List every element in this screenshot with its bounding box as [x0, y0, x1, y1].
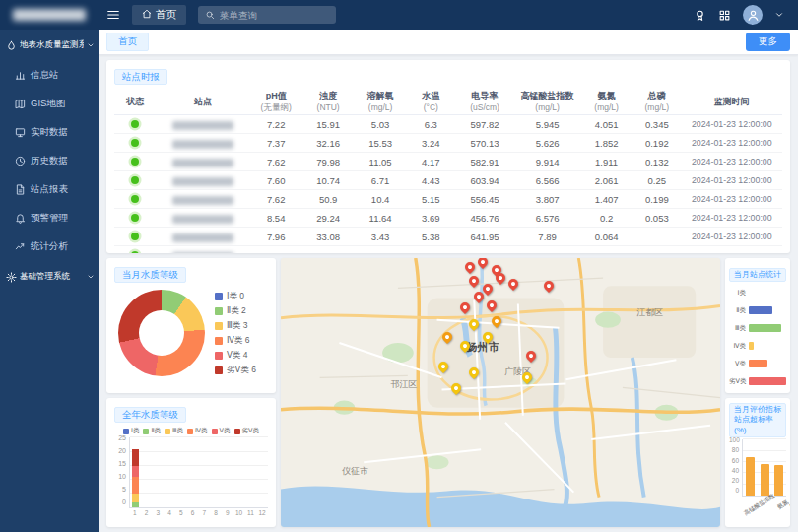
legend-item[interactable]: Ⅳ类 — [187, 427, 208, 435]
table-row[interactable]: 7.2215.915.036.3597.825.9454.0510.345202… — [114, 115, 782, 134]
value-cell: 11.64 — [355, 209, 407, 228]
apps-icon-button[interactable] — [718, 9, 731, 22]
exceed-rate-panel: 当月评价指标站点超标率(%) 100806040200 高锰酸盐指数氨氮总磷 — [725, 398, 790, 527]
sidebar-item-统计分析[interactable]: 统计分析 — [0, 233, 99, 261]
value-cell — [250, 246, 302, 253]
column-header: 监测时间 — [682, 89, 782, 114]
sidebar-item-GIS地图[interactable]: GIS地图 — [0, 90, 99, 118]
station-name-redacted — [172, 196, 233, 205]
sidebar-item-实时数据[interactable]: 实时数据 — [0, 118, 99, 147]
sidebar-section-0[interactable]: 地表水质量监测系统 — [0, 30, 99, 61]
topbar-home-button[interactable]: 首页 — [132, 5, 186, 25]
more-button[interactable]: 更多 — [746, 33, 790, 51]
legend-item[interactable]: Ⅰ类 0 — [215, 291, 256, 302]
value-cell: 6.3 — [407, 115, 455, 134]
chevron-down-icon — [774, 10, 784, 20]
value-cell: 5.38 — [407, 228, 455, 246]
bar-chart-icon — [15, 70, 26, 81]
table-row[interactable]: 7.6010.746.714.43603.946.5662.0610.25202… — [114, 171, 782, 190]
status-dot — [131, 214, 139, 222]
legend-item[interactable]: 劣Ⅴ类 6 — [215, 365, 256, 376]
value-cell: 7.89 — [514, 228, 580, 246]
table-row[interactable] — [114, 246, 782, 253]
station-stats-chart[interactable]: Ⅰ类Ⅱ类Ⅲ类Ⅳ类Ⅴ类劣Ⅴ类 — [729, 288, 786, 386]
stat-bar — [749, 324, 781, 332]
legend-label: Ⅰ类 0 — [227, 291, 244, 302]
map-base-tiles — [281, 258, 720, 527]
panel-title-station-stats: 当月站点统计 — [729, 268, 786, 282]
column-header: 高锰酸盐指数(mg/L) — [514, 89, 580, 114]
legend-item[interactable]: Ⅱ类 — [143, 427, 161, 435]
column-header: 状态 — [114, 89, 156, 114]
annual-chart-legend: Ⅰ类Ⅱ类Ⅲ类Ⅳ类Ⅴ类劣Ⅴ类 — [114, 427, 268, 435]
main-area: 首页 更多 站点时报 状态站点pH值(无量纲)浊度(NTU)溶解氧(mg/L)水… — [99, 30, 798, 532]
legend-item[interactable]: Ⅲ类 — [165, 427, 183, 435]
legend-label: Ⅴ类 4 — [227, 350, 247, 362]
user-avatar[interactable] — [743, 5, 763, 25]
station-name-redacted — [172, 159, 233, 167]
user-menu-caret-icon[interactable] — [774, 10, 784, 20]
badge-icon-button[interactable] — [694, 9, 706, 22]
value-cell: 7.96 — [250, 228, 302, 246]
value-cell: 7.62 — [250, 153, 302, 171]
legend-item[interactable]: Ⅳ类 6 — [215, 335, 256, 347]
stat-bar — [749, 342, 754, 350]
monitor-time-cell: 2024-01-23 12:00:00 — [682, 171, 782, 190]
value-cell: 582.91 — [455, 153, 514, 171]
stat-label: Ⅴ类 — [729, 360, 746, 368]
quality-donut-chart[interactable] — [118, 290, 205, 376]
value-cell — [455, 246, 514, 253]
sidebar-item-预警管理[interactable]: 预警管理 — [0, 204, 99, 233]
trend-icon — [15, 241, 26, 252]
legend-label: Ⅳ类 6 — [227, 335, 249, 347]
tab-home[interactable]: 首页 — [106, 33, 149, 51]
station-table: 状态站点pH值(无量纲)浊度(NTU)溶解氧(mg/L)水温(°C)电导率(uS… — [114, 89, 782, 253]
legend-item[interactable]: 劣Ⅴ类 — [234, 427, 259, 435]
table-row[interactable]: 7.9633.083.435.38641.957.890.0642024-01-… — [114, 228, 782, 246]
sidebar-item-站点报表[interactable]: 站点报表 — [0, 175, 99, 204]
value-cell: 597.82 — [455, 115, 514, 134]
station-map[interactable]: 扬州市江都区广陵区邗江区仪征市 — [281, 258, 720, 527]
app-logo — [0, 9, 99, 21]
value-cell: 8.54 — [250, 209, 302, 228]
sidebar-item-label: 站点报表 — [31, 183, 68, 196]
stat-bar — [749, 306, 772, 314]
column-header: 溶解氧(mg/L) — [355, 89, 407, 114]
app-window: 首页 地表水质量监测系统信息站GIS地图实时数据历史数据站点报表预警管理统计分析… — [0, 0, 798, 532]
value-cell: 4.17 — [407, 153, 455, 171]
bell-icon — [15, 213, 26, 224]
value-cell: 7.37 — [250, 134, 302, 153]
sidebar-section-1[interactable]: 基础管理系统 — [0, 261, 99, 293]
value-cell: 0.053 — [632, 209, 681, 228]
annual-y-axis: 2520151050 — [114, 434, 129, 505]
stat-label: 劣Ⅴ类 — [729, 377, 746, 386]
value-cell: 5.945 — [514, 115, 580, 134]
table-row[interactable]: 7.6279.9811.054.17582.919.9141.9110.1322… — [114, 153, 782, 171]
stat-label: Ⅲ类 — [729, 324, 746, 333]
table-row[interactable]: 7.6250.910.45.15556.453.8071.4070.199202… — [114, 190, 782, 209]
exceed-rate-chart[interactable]: 100806040200 — [729, 439, 786, 497]
column-header: 氨氮(mg/L) — [580, 89, 632, 114]
status-dot — [131, 233, 139, 240]
home-label: 首页 — [156, 8, 176, 22]
table-row[interactable]: 8.5429.2411.643.69456.766.5760.20.053202… — [114, 209, 782, 228]
gear-icon — [6, 272, 17, 283]
annual-chart[interactable]: 2520151050 — [114, 437, 268, 508]
legend-item[interactable]: Ⅲ类 3 — [215, 320, 256, 332]
status-dot — [131, 158, 139, 166]
stat-row: Ⅲ类 — [729, 323, 786, 333]
menu-search-input[interactable] — [220, 10, 329, 21]
legend-item[interactable]: Ⅴ类 — [212, 427, 231, 435]
table-row[interactable]: 7.3732.1615.533.24570.135.6261.8520.1922… — [114, 134, 782, 153]
legend-item[interactable]: Ⅴ类 4 — [215, 350, 256, 362]
sidebar-collapse-button[interactable] — [99, 4, 128, 26]
sidebar-item-label: 统计分析 — [31, 240, 68, 253]
sidebar-item-历史数据[interactable]: 历史数据 — [0, 147, 99, 175]
legend-item[interactable]: Ⅱ类 2 — [215, 305, 256, 317]
value-cell: 0.25 — [632, 171, 681, 190]
sidebar-item-信息站[interactable]: 信息站 — [0, 61, 99, 90]
dashboard-content: 站点时报 状态站点pH值(无量纲)浊度(NTU)溶解氧(mg/L)水温(°C)电… — [99, 55, 798, 532]
value-cell: 10.4 — [355, 190, 407, 209]
sidebar-section-label: 基础管理系统 — [20, 271, 84, 283]
station-name-redacted — [172, 252, 233, 253]
